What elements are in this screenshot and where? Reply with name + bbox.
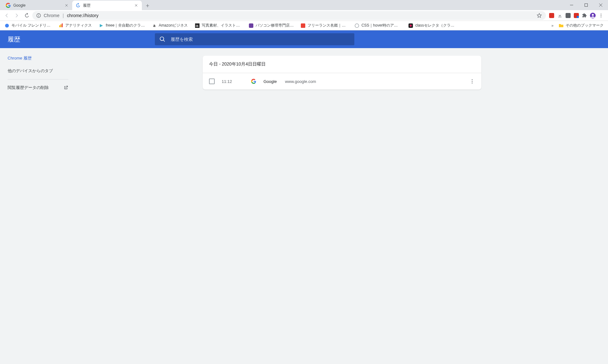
row-time: 11:12 — [222, 79, 244, 84]
search-input[interactable] — [171, 37, 350, 42]
bookmark-item[interactable]: フリーランス名鑑｜国… — [299, 22, 349, 29]
bookmark-star-icon[interactable] — [536, 13, 542, 18]
svg-rect-20 — [301, 23, 305, 28]
new-tab-button[interactable] — [143, 1, 152, 10]
sidebar-item-chrome-history[interactable]: Chrome 履歴 — [0, 52, 76, 65]
svg-point-11 — [601, 15, 601, 16]
chrome-menu-icon[interactable] — [598, 12, 604, 19]
bookmark-favicon: a — [152, 23, 157, 28]
window-controls — [564, 0, 608, 10]
svg-point-23 — [472, 79, 473, 80]
site-info-icon[interactable]: Chrome — [36, 13, 60, 18]
close-icon[interactable] — [134, 3, 139, 8]
other-bookmarks-folder[interactable]: その他のブックマーク — [557, 22, 605, 29]
svg-rect-19 — [249, 23, 253, 28]
search-icon — [159, 36, 166, 42]
extension-icon-3[interactable] — [573, 12, 580, 19]
forward-button[interactable] — [12, 11, 22, 20]
history-card: 今日 - 2020年10月4日日曜日 11:12 Google www.goog… — [203, 56, 481, 90]
extension-icon-1[interactable] — [548, 12, 555, 19]
back-button[interactable] — [2, 11, 11, 20]
extensions-puzzle-icon[interactable] — [581, 12, 588, 19]
bookmark-item[interactable]: CSS｜hover時のアン… — [352, 22, 403, 29]
page-title: 履歴 — [8, 35, 155, 44]
browser-toolbar: Chrome | chrome://history — [0, 10, 608, 21]
bookmark-favicon — [301, 23, 306, 28]
sidebar-separator — [8, 79, 68, 79]
tab-title: Google — [13, 3, 61, 8]
omnibox-url: chrome://history — [67, 13, 98, 18]
tab-title: 履歴 — [83, 3, 131, 8]
svg-point-13 — [5, 24, 9, 28]
minimize-button[interactable] — [564, 0, 579, 10]
svg-rect-4 — [549, 13, 554, 18]
open-external-icon — [63, 85, 68, 90]
row-more-icon[interactable] — [469, 78, 475, 84]
history-row[interactable]: 11:12 Google www.google.com — [203, 73, 481, 90]
bookmarks-overflow-icon[interactable]: » — [551, 23, 554, 28]
bookmark-favicon — [408, 23, 413, 28]
history-icon — [75, 3, 80, 8]
svg-point-21 — [355, 24, 359, 28]
svg-text:iS: iS — [196, 24, 199, 28]
history-search[interactable] — [155, 33, 354, 45]
bookmark-favicon — [354, 23, 359, 28]
history-content: 今日 - 2020年10月4日日曜日 11:12 Google www.goog… — [76, 48, 608, 364]
profile-icon[interactable] — [590, 12, 596, 19]
svg-rect-15 — [60, 24, 61, 27]
bookmark-favicon — [4, 23, 10, 28]
download-icon[interactable] — [557, 12, 563, 19]
svg-point-9 — [592, 14, 594, 16]
close-icon[interactable] — [64, 3, 69, 8]
extension-icon-2[interactable] — [565, 12, 571, 19]
svg-rect-7 — [577, 16, 579, 18]
bookmark-favicon: iS — [195, 23, 200, 28]
history-section-header: 今日 - 2020年10月4日日曜日 — [203, 56, 481, 73]
browser-tab-google[interactable]: Google — [3, 1, 72, 10]
svg-rect-16 — [62, 23, 63, 27]
bookmark-favicon — [99, 23, 104, 28]
bookmark-item[interactable]: iS写真素材、イラスト、… — [193, 22, 244, 29]
omnibox-separator: | — [63, 13, 64, 18]
maximize-button[interactable] — [579, 0, 593, 10]
bookmark-item[interactable]: classセレクタ（クラス… — [406, 22, 457, 29]
svg-rect-3 — [38, 15, 39, 16]
google-icon — [6, 3, 11, 8]
row-checkbox[interactable] — [209, 78, 215, 84]
bookmark-item[interactable]: aAmazonビジネス — [150, 22, 190, 29]
browser-tab-history[interactable]: 履歴 — [72, 1, 142, 10]
bookmark-item[interactable]: モバイル フレンドリー テ… — [3, 22, 53, 29]
svg-rect-14 — [59, 25, 60, 27]
history-header: 履歴 — [0, 30, 608, 48]
history-app: 履歴 Chrome 履歴 他のデバイスからのタブ 閲覧履歴データの削除 今日 -… — [0, 30, 608, 364]
tab-strip: Google 履歴 — [0, 0, 608, 10]
sidebar-item-other-devices[interactable]: 他のデバイスからのタブ — [0, 65, 76, 77]
sidebar-item-clear-data[interactable]: 閲覧履歴データの削除 — [0, 81, 76, 94]
svg-point-24 — [472, 81, 473, 82]
svg-point-12 — [601, 16, 601, 17]
folder-icon — [559, 23, 564, 28]
bookmark-item[interactable]: パソコン修理専門店… — [247, 22, 295, 29]
extension-icons — [547, 12, 606, 19]
row-title: Google — [263, 79, 277, 84]
row-domain: www.google.com — [285, 79, 316, 84]
bookmark-item[interactable]: アナリティクス — [56, 22, 94, 29]
bookmark-favicon — [249, 23, 254, 28]
address-bar[interactable]: Chrome | chrome://history — [32, 11, 546, 20]
bookmark-item[interactable]: freee｜全自動のクラ… — [97, 22, 147, 29]
bookmark-favicon — [58, 23, 63, 28]
close-window-button[interactable] — [593, 0, 608, 10]
svg-point-2 — [38, 14, 39, 15]
svg-point-25 — [472, 83, 473, 84]
history-sidebar: Chrome 履歴 他のデバイスからのタブ 閲覧履歴データの削除 — [0, 48, 76, 364]
bookmarks-bar: モバイル フレンドリー テ… アナリティクス freee｜全自動のクラ… aAm… — [0, 21, 608, 30]
omnibox-prefix: Chrome — [44, 13, 60, 18]
google-icon — [251, 78, 256, 84]
svg-rect-0 — [585, 4, 588, 7]
reload-button[interactable] — [22, 11, 32, 20]
svg-point-10 — [601, 14, 601, 14]
svg-rect-5 — [566, 13, 571, 18]
